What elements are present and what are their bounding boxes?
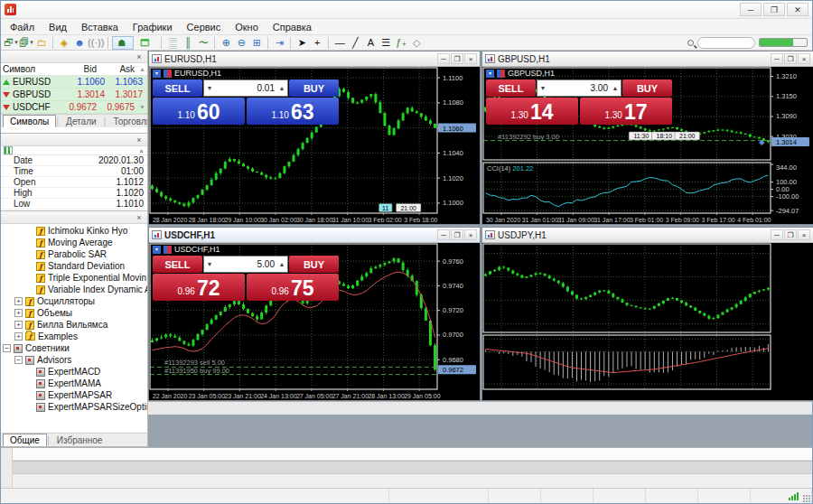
menu-item-1[interactable]: Вид (42, 19, 74, 34)
indicators-icon[interactable]: ƒ₊ (394, 36, 408, 49)
resize-grip[interactable] (803, 495, 810, 502)
navigator-tab-1[interactable]: Избранное (50, 434, 110, 446)
chart-close-button[interactable]: × (464, 53, 477, 64)
cursor-icon[interactable]: ➤ (294, 36, 309, 49)
scroll-up-icon[interactable]: ▲ (138, 147, 145, 154)
chart-canvas[interactable]: 1.11001.10801.10601.10401.10201.10001.10… (149, 67, 480, 224)
chart-maximize-button[interactable]: ❐ (784, 53, 797, 64)
close-icon[interactable]: × (135, 52, 144, 61)
navigator-item[interactable]: ƒStandard Deviation (1, 260, 147, 272)
volume-down-icon[interactable]: ▼ (537, 85, 548, 91)
oneclick-toggle-icon[interactable]: ▾ (153, 70, 161, 78)
menu-item-0[interactable]: Файл (3, 19, 42, 34)
chart-window-titlebar[interactable]: USDJPY,H1─❐× (482, 228, 813, 243)
chart-window-titlebar[interactable]: USDCHF,H1─❐× (149, 228, 480, 243)
buy-price[interactable]: 1.3017 (580, 98, 672, 125)
market-watch-tab-0[interactable]: Символы (3, 115, 56, 127)
navigator-item[interactable]: ExpertMACD (1, 366, 147, 378)
navigator-item[interactable]: ExpertMAPSAR (1, 389, 147, 401)
chart-minimize-button[interactable]: ─ (771, 229, 783, 240)
toolbar-search-input[interactable] (697, 37, 755, 49)
mql5-market-icon[interactable]: 🗀 (34, 36, 49, 49)
new-chart-icon[interactable]: 🗗▾ (4, 36, 18, 49)
fibonacci-tool-icon[interactable]: ☰ (378, 36, 393, 49)
navigator-item[interactable]: ƒParabolic SAR (1, 248, 147, 260)
navigator-item[interactable]: ƒMoving Average (1, 237, 147, 248)
navigator-item[interactable]: −Advisors (1, 354, 147, 366)
hline-tool-icon[interactable]: — (332, 36, 347, 49)
collapse-icon[interactable]: − (14, 356, 23, 364)
window-maximize-button[interactable]: ❐ (763, 3, 785, 16)
sell-button[interactable]: SELL (153, 256, 202, 273)
close-icon[interactable]: × (135, 135, 144, 145)
oneclick-toggle-icon[interactable]: ▾ (153, 246, 161, 254)
community-icon[interactable]: ☻ (72, 36, 87, 49)
collapse-icon[interactable]: − (3, 344, 11, 352)
chart-canvas[interactable]: #11392292 buy 3.00CCI(14) 201.221.32101.… (482, 67, 813, 224)
candlestick-chart-icon[interactable]: ║ (181, 36, 195, 49)
market-watch-row[interactable]: USDCHF0.96720.9675▼ (1, 101, 147, 114)
menu-item-2[interactable]: Вставка (74, 19, 126, 34)
zoom-out-icon[interactable]: ⊖ (234, 36, 248, 49)
chart-window-titlebar[interactable]: EURUSD,H1─❐× (149, 51, 480, 67)
signals-icon[interactable]: ((·)) (88, 36, 104, 49)
navigator-item[interactable]: +ƒОбъемы (1, 307, 147, 319)
chart-close-button[interactable]: × (798, 229, 810, 240)
volume-up-icon[interactable]: ▲ (276, 85, 287, 91)
market-watch-tab-2[interactable]: Торговля (106, 115, 147, 127)
tile-windows-icon[interactable]: ⊞ (249, 36, 264, 49)
buy-button[interactable]: BUY (622, 79, 672, 97)
oneclick-toggle-icon[interactable]: ▾ (486, 70, 494, 78)
volume-down-icon[interactable]: ▼ (204, 261, 215, 267)
chart-maximize-button[interactable]: ❐ (784, 229, 797, 240)
text-tool-icon[interactable]: A (363, 36, 378, 49)
chart-close-button[interactable]: × (464, 229, 477, 240)
volume-stepper[interactable]: ▼5.00▲ (203, 256, 288, 273)
shapes-icon[interactable]: ◇ (409, 36, 424, 49)
sell-price[interactable]: 1.3014 (486, 98, 578, 125)
volume-up-icon[interactable]: ▲ (610, 85, 621, 91)
menu-item-4[interactable]: Сервис (180, 19, 229, 34)
dock-icon[interactable]: ⇥ (272, 36, 286, 49)
sell-price[interactable]: 0.9672 (153, 274, 245, 301)
volume-down-icon[interactable]: ▼ (204, 85, 215, 91)
trendline-tool-icon[interactable]: ╱ (348, 36, 362, 49)
volume-up-icon[interactable]: ▲ (276, 261, 287, 267)
navigator-item[interactable]: ƒIchimoku Kinko Hyo (1, 225, 147, 237)
expand-icon[interactable]: + (14, 321, 23, 329)
payments-icon[interactable]: ◈ (57, 36, 71, 49)
market-watch-row[interactable]: EURUSD1.10601.1063 (1, 76, 147, 89)
sell-button[interactable]: SELL (486, 79, 536, 97)
zoom-in-icon[interactable]: ⊕ (219, 36, 233, 49)
navigator-item[interactable]: ƒTriple Exponential Movin (1, 272, 147, 284)
scroll-up-icon[interactable]: ▲ (139, 66, 145, 72)
market-watch-row[interactable]: GBPUSD1.30141.3017 (1, 89, 147, 101)
toolbox-side-strip[interactable] (1, 448, 13, 488)
expand-icon[interactable]: + (14, 297, 23, 305)
bar-chart-icon[interactable]: 𝄛 (165, 36, 180, 49)
market-watch-tab-1[interactable]: Детали (59, 115, 103, 127)
scroll-down-icon[interactable]: ▼ (139, 104, 145, 110)
chart-maximize-button[interactable]: ❐ (451, 229, 463, 240)
close-icon[interactable]: × (135, 213, 144, 222)
expand-icon[interactable]: + (14, 332, 23, 341)
status-connection[interactable] (751, 489, 812, 503)
sell-price[interactable]: 1.1060 (153, 98, 245, 125)
chart-close-button[interactable]: × (798, 53, 810, 64)
navigator-item[interactable]: +ƒБилла Вильямса (1, 319, 147, 331)
navigator-item[interactable]: +ƒExamples (1, 331, 147, 342)
chart-minimize-button[interactable]: ─ (437, 229, 450, 240)
menu-item-3[interactable]: Графики (126, 19, 180, 34)
navigator-item[interactable]: ƒVariable Index Dynamic A (1, 284, 147, 295)
buy-price[interactable]: 0.9675 (247, 274, 339, 301)
expand-icon[interactable]: + (14, 309, 23, 317)
navigator-item[interactable]: ExpertMAMA (1, 378, 147, 389)
crosshair-icon[interactable]: + (310, 36, 324, 49)
status-profile[interactable] (389, 489, 489, 503)
line-chart-icon[interactable]: 〜 (196, 36, 210, 49)
new-order-button[interactable]: 🗔 (135, 36, 157, 50)
navigator-item[interactable]: −Советники (1, 342, 147, 354)
menu-item-5[interactable]: Окно (228, 19, 266, 34)
chart-window-titlebar[interactable]: GBPUSD,H1─❐× (482, 51, 813, 67)
sell-button[interactable]: SELL (153, 79, 202, 97)
